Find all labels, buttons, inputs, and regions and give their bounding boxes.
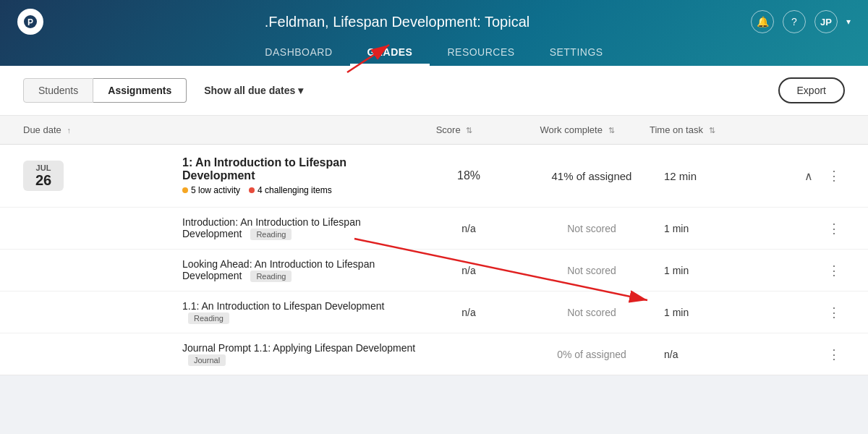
activity-badges: 5 low activity 4 challenging items	[182, 185, 418, 195]
sub-item-3-time: 1 min	[664, 307, 794, 318]
header: P .Feldman, Lifespan Development: Topica…	[0, 0, 868, 66]
sub-item-2-more[interactable]: ⋮	[823, 263, 845, 278]
sub-item-4-tag: Journal	[188, 354, 226, 366]
sub-item-3-score: n/a	[418, 307, 519, 318]
sub-item-3-work: Not scored	[519, 307, 664, 318]
main-content: Students Assignments Show all due dates …	[0, 66, 868, 375]
assignment-group: JUL 26 1: An Introduction to Lifespan De…	[0, 145, 868, 375]
sub-item-4-work: 0% of assigned	[519, 349, 664, 360]
students-tab[interactable]: Students	[23, 78, 93, 103]
logo: P	[17, 9, 43, 35]
sub-item-2-tag: Reading	[250, 271, 292, 282]
nav-tabs: DASHBOARD GRADES RESOURCES SETTINGS	[17, 41, 851, 66]
assignment-score: 18%	[418, 169, 519, 182]
assignment-main-row: JUL 26 1: An Introduction to Lifespan De…	[0, 145, 868, 207]
toolbar: Students Assignments Show all due dates …	[0, 66, 868, 116]
assignment-time: 12 min	[664, 170, 794, 182]
sub-item-2-title: Looking Ahead: An Introduction to Lifesp…	[182, 258, 418, 282]
sub-item-1-time: 1 min	[664, 223, 794, 234]
red-dot	[249, 187, 255, 193]
export-button[interactable]: Export	[778, 77, 845, 103]
tab-dashboard[interactable]: DASHBOARD	[247, 41, 349, 66]
tab-resources[interactable]: RESOURCES	[430, 41, 532, 66]
work-complete-col[interactable]: Work complete ⇅	[505, 124, 650, 135]
svg-text:P: P	[27, 17, 33, 27]
more-options-button[interactable]: ⋮	[823, 168, 845, 184]
sub-item-3-title: 1.1: An Introduction to Lifespan Develop…	[182, 300, 418, 324]
low-activity-badge: 5 low activity	[182, 185, 240, 195]
view-tabs: Students Assignments	[23, 78, 187, 103]
table-header: Due date ↑ Score ⇅ Work complete ⇅ Time …	[0, 116, 868, 145]
sub-item-2-score: n/a	[418, 265, 519, 276]
header-icons: 🔔 ? JP ▾	[751, 10, 851, 33]
sub-item-1-tag: Reading	[250, 229, 292, 240]
sub-item-1-more[interactable]: ⋮	[823, 221, 845, 237]
score-col[interactable]: Score ⇅	[404, 124, 505, 135]
sub-item-4-time: n/a	[664, 349, 794, 360]
sub-item-1-work: Not scored	[519, 223, 664, 234]
assignment-title: 1: An Introduction to Lifespan Developme…	[182, 156, 418, 182]
tab-grades[interactable]: GRADES	[350, 41, 430, 66]
avatar[interactable]: JP	[814, 10, 838, 33]
sub-item-2-work: Not scored	[519, 265, 664, 276]
score-sort-icon: ⇅	[466, 126, 472, 135]
assignment-work: 41% of assigned	[519, 170, 664, 182]
sub-item-1-score: n/a	[418, 223, 519, 234]
challenging-items-badge: 4 challenging items	[249, 185, 332, 195]
due-date-col[interactable]: Due date ↑	[23, 124, 182, 135]
filter-prefix: Show	[204, 85, 234, 96]
filter-arrow: ▾	[298, 85, 303, 96]
time-sort-icon: ⇅	[709, 126, 715, 135]
sub-row-3: 1.1: An Introduction to Lifespan Develop…	[0, 291, 868, 333]
sub-row-1: Introduction: An Introduction to Lifespa…	[0, 207, 868, 249]
sub-item-4-more[interactable]: ⋮	[823, 346, 845, 362]
sub-row-4: Journal Prompt 1.1: Applying Lifespan De…	[0, 333, 868, 375]
assignment-info: 1: An Introduction to Lifespan Developme…	[182, 156, 418, 195]
time-on-task-col[interactable]: Time on task ⇅	[650, 124, 780, 135]
help-icon[interactable]: ?	[783, 10, 806, 33]
sub-item-2-time: 1 min	[664, 265, 794, 276]
avatar-dropdown-icon: ▾	[846, 17, 851, 27]
tab-settings[interactable]: SETTINGS	[532, 41, 621, 66]
sub-item-3-tag: Reading	[188, 312, 229, 324]
sub-item-4-title: Journal Prompt 1.1: Applying Lifespan De…	[182, 342, 418, 366]
bell-icon[interactable]: 🔔	[751, 10, 774, 33]
sub-item-1-title: Introduction: An Introduction to Lifespa…	[182, 216, 418, 240]
filter-value: all due dates	[234, 85, 295, 96]
work-sort-icon: ⇅	[608, 126, 615, 135]
page-title: .Feldman, Lifespan Development: Topical	[43, 14, 751, 30]
date-filter[interactable]: Show all due dates ▾	[204, 85, 303, 96]
sub-item-3-more[interactable]: ⋮	[823, 305, 845, 320]
orange-dot	[182, 187, 188, 193]
assignments-tab[interactable]: Assignments	[93, 78, 187, 103]
date-badge: JUL 26	[23, 161, 64, 191]
due-date-sort-icon: ↑	[67, 126, 71, 135]
expand-button[interactable]: ∧	[794, 169, 823, 183]
sub-row-2: Looking Ahead: An Introduction to Lifesp…	[0, 249, 868, 291]
